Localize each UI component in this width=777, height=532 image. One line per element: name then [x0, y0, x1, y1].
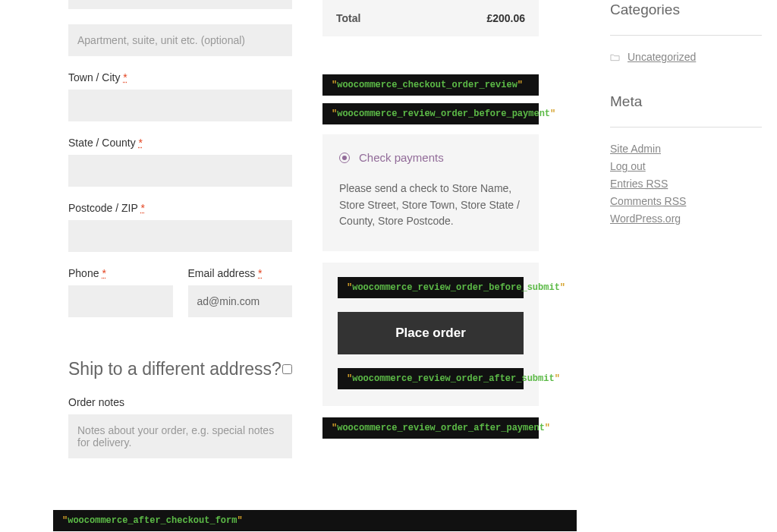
meta-links-list: Site Admin Log out Entries RSS Comments …: [610, 143, 762, 225]
apartment-input[interactable]: [68, 24, 292, 56]
payment-method-description: Please send a check to Store Name, Store…: [339, 181, 522, 230]
required-mark: *: [258, 267, 262, 279]
meta-link-comments-rss[interactable]: Comments RSS: [610, 195, 686, 207]
hook-review-after-submit: "woocommerce_review_order_after_submit": [338, 368, 524, 389]
order-notes-label: Order notes: [68, 396, 292, 408]
payment-method-check[interactable]: Check payments: [339, 151, 522, 164]
total-value: £200.06: [486, 12, 525, 24]
payment-method-label: Check payments: [359, 151, 444, 164]
postcode-label: Postcode / ZIP *: [68, 202, 292, 214]
category-link-uncategorized[interactable]: Uncategorized: [628, 51, 696, 63]
meta-heading: Meta: [610, 93, 762, 110]
required-mark: *: [140, 202, 144, 214]
state-county-input[interactable]: [68, 155, 292, 187]
meta-link-entries-rss[interactable]: Entries RSS: [610, 178, 668, 190]
radio-selected-icon: [339, 153, 350, 163]
hook-review-after-payment: "woocommerce_review_order_after_payment": [322, 417, 539, 439]
required-mark: *: [139, 137, 143, 149]
payment-methods-box: Check payments Please send a check to St…: [322, 134, 539, 251]
email-input[interactable]: [188, 285, 293, 317]
divider: [610, 127, 762, 127]
ship-different-heading: Ship to a different address?: [68, 359, 282, 379]
email-label: Email address *: [188, 267, 293, 279]
hook-checkout-order-review: "woocommerce_checkout_order_review": [322, 74, 539, 96]
submit-box: "woocommerce_review_order_before_submit"…: [322, 263, 539, 406]
hook-review-before-submit: "woocommerce_review_order_before_submit": [338, 277, 524, 298]
required-mark: *: [102, 267, 105, 279]
phone-input[interactable]: [68, 285, 173, 317]
billing-form: Town / City * State / County * Postcode …: [15, 0, 292, 476]
divider: [610, 35, 762, 36]
phone-label: Phone *: [68, 267, 173, 279]
order-review-panel: Total £200.06 "woocommerce_checkout_orde…: [322, 0, 539, 476]
postcode-input[interactable]: [68, 220, 292, 252]
order-total-row: Total £200.06: [322, 0, 539, 36]
street-address-input-partial[interactable]: [68, 0, 292, 9]
total-label: Total: [336, 12, 360, 24]
place-order-button[interactable]: Place order: [338, 312, 524, 354]
folder-icon: [610, 53, 620, 61]
meta-link-site-admin[interactable]: Site Admin: [610, 143, 661, 155]
state-county-label: State / County *: [68, 137, 292, 149]
categories-heading: Categories: [610, 2, 762, 18]
town-city-label: Town / City *: [68, 71, 292, 83]
hook-review-before-payment: "woocommerce_review_order_before_payment…: [322, 103, 539, 124]
required-mark: *: [123, 71, 127, 83]
meta-link-wordpress-org[interactable]: WordPress.org: [610, 212, 681, 225]
hook-after-checkout-form: "woocommerce_after_checkout_form": [53, 510, 577, 531]
ship-different-checkbox[interactable]: [282, 364, 292, 374]
town-city-input[interactable]: [68, 90, 292, 121]
sidebar: Categories Uncategorized Meta Site Admin…: [610, 0, 762, 476]
order-notes-textarea[interactable]: [68, 414, 292, 458]
meta-link-logout[interactable]: Log out: [610, 160, 646, 172]
